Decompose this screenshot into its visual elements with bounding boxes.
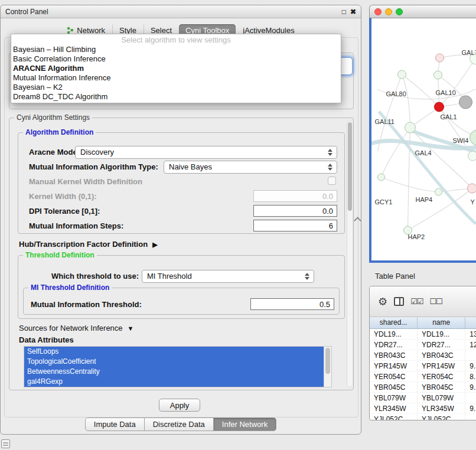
mi-steps-input[interactable] xyxy=(253,220,337,231)
cell-name[interactable]: YBR045C xyxy=(418,382,465,392)
cyni-task-tabs: Impute Data Discretize Data Infer Networ… xyxy=(1,418,361,431)
mi-algorithm-type-value: Naive Bayes xyxy=(169,162,212,171)
hub-tf-section-toggle[interactable]: Hub/Transcription Factor Definition▶ xyxy=(19,240,158,249)
scrollbar-thumb[interactable] xyxy=(348,122,352,211)
table-panel-toolbar: ⚙ ☑☑ ☐☐ xyxy=(370,286,476,317)
network-node xyxy=(459,96,472,109)
minimized-panel-icon[interactable] xyxy=(1,439,10,448)
gear-icon[interactable]: ⚙ xyxy=(378,296,387,307)
cell-extra[interactable]: 12 xyxy=(465,340,476,350)
list-item-selected[interactable]: gal4RGexp xyxy=(24,377,324,387)
network-canvas[interactable]: GAL7 GAL80 GAL10 GAL11 GAL1 SWI4 GAL4 GC… xyxy=(369,18,476,263)
cell-extra[interactable]: 13 xyxy=(465,329,476,339)
control-panel-titlebar[interactable]: Control Panel □ ✖ xyxy=(1,5,361,18)
float-window-icon[interactable]: □ xyxy=(342,8,346,15)
mi-algorithm-type-combo[interactable]: Naive Bayes xyxy=(164,161,337,174)
table-row[interactable]: YPR145W YPR145W 9. xyxy=(370,361,476,371)
list-item-selected[interactable]: SelfLoops xyxy=(24,347,324,357)
scrollbar-thumb[interactable] xyxy=(325,348,330,374)
hub-tf-label: Hub/Transcription Factor Definition xyxy=(19,240,148,249)
network-node xyxy=(378,174,385,181)
column-header-name[interactable]: name xyxy=(418,317,465,328)
dropdown-item[interactable]: Dream8 DC_TDC Algorithm xyxy=(11,92,341,102)
network-node xyxy=(468,184,476,193)
cell-shared-name[interactable]: YER054C xyxy=(370,371,418,381)
cell-shared-name[interactable]: YBR043C xyxy=(370,350,418,360)
column-header-extra[interactable] xyxy=(465,317,476,328)
table-row[interactable]: YJL052C YJL052C xyxy=(370,414,476,420)
node-label: GAL11 xyxy=(375,118,395,125)
cell-shared-name[interactable]: YJL052C xyxy=(370,414,418,420)
cell-name[interactable]: YDR27... xyxy=(418,340,465,350)
cell-shared-name[interactable]: YDR27... xyxy=(370,340,418,350)
dropdown-item[interactable]: Bayesian – K2 xyxy=(11,83,341,92)
minimize-traffic-light-icon[interactable] xyxy=(385,8,392,15)
mi-threshold-input[interactable] xyxy=(250,298,334,310)
mi-algorithm-type-label: Mutual Information Algorithm Type: xyxy=(29,162,158,171)
kernel-width-input[interactable] xyxy=(253,190,337,202)
mi-threshold-label: Mutual Information Threshold: xyxy=(31,300,142,309)
table-row[interactable]: YBR045C YBR045C 9. xyxy=(370,382,476,393)
table-row[interactable]: YBR043C YBR043C xyxy=(370,350,476,361)
cell-extra[interactable] xyxy=(465,414,476,420)
expand-right-icon[interactable]: ▶ xyxy=(152,241,157,249)
cell-extra[interactable]: 8. xyxy=(465,371,476,381)
aracne-mode-combo[interactable]: Discovery xyxy=(75,146,337,159)
cell-name[interactable]: YBL079W xyxy=(418,393,465,403)
apply-button[interactable]: Apply xyxy=(159,399,200,412)
network-window-titlebar[interactable] xyxy=(369,5,476,18)
collapse-down-icon[interactable]: ▼ xyxy=(128,325,134,332)
network-view-window: GAL7 GAL80 GAL10 GAL11 GAL1 SWI4 GAL4 GC… xyxy=(369,5,476,263)
cell-name[interactable]: YDL19... xyxy=(418,329,465,339)
columns-icon[interactable] xyxy=(394,297,404,306)
cell-name[interactable]: YPR145W xyxy=(418,361,465,371)
tab-discretize-data[interactable]: Discretize Data xyxy=(145,418,214,431)
list-item-selected[interactable]: BetweennessCentrality xyxy=(24,367,324,377)
dropdown-item[interactable]: Bayesian – Hill Climbing xyxy=(11,45,341,54)
table-row[interactable]: YDL19... YDL19... 13 xyxy=(370,329,476,340)
cell-extra[interactable] xyxy=(465,350,476,360)
dpi-tolerance-input[interactable] xyxy=(253,205,337,217)
which-threshold-combo[interactable]: MI Threshold xyxy=(142,270,314,283)
data-attributes-list[interactable]: SelfLoops TopologicalCoefficient Between… xyxy=(24,346,332,387)
node-label: GAL7 xyxy=(462,49,476,56)
tab-impute-data[interactable]: Impute Data xyxy=(85,418,145,431)
table-row[interactable]: YDR27... YDR27... 12 xyxy=(370,340,476,350)
cell-shared-name[interactable]: YLR345W xyxy=(370,403,418,413)
select-all-icon[interactable]: ☑☑ xyxy=(410,297,423,306)
list-vertical-scrollbar[interactable] xyxy=(324,347,331,387)
table-row[interactable]: YBL079W YBL079W xyxy=(370,393,476,403)
tab-infer-network[interactable]: Infer Network xyxy=(214,418,276,431)
cell-shared-name[interactable]: YDL19... xyxy=(370,329,418,339)
node-label: GAL10 xyxy=(436,89,456,96)
cell-extra[interactable]: 9. xyxy=(465,361,476,371)
cell-shared-name[interactable]: YBL079W xyxy=(370,393,418,403)
cell-extra[interactable] xyxy=(465,393,476,403)
cell-shared-name[interactable]: YPR145W xyxy=(370,361,418,371)
clear-selection-icon[interactable]: ☐☐ xyxy=(429,297,442,306)
settings-vertical-scrollbar[interactable] xyxy=(347,120,353,387)
cell-name[interactable]: YLR345W xyxy=(418,403,465,413)
column-header-shared-name[interactable]: shared... xyxy=(370,317,418,328)
manual-kernel-width-checkbox[interactable] xyxy=(328,177,336,185)
close-traffic-light-icon[interactable] xyxy=(374,8,382,15)
cell-name[interactable]: YBR043C xyxy=(418,350,465,360)
cell-name[interactable]: YJL052C xyxy=(418,414,465,420)
cell-extra[interactable]: 9. xyxy=(465,403,476,413)
cell-extra[interactable]: 9. xyxy=(465,382,476,392)
table-row[interactable]: YLR345W YLR345W 9. xyxy=(370,403,476,414)
close-window-icon[interactable]: ✖ xyxy=(350,8,356,15)
zoom-traffic-light-icon[interactable] xyxy=(396,8,403,15)
mi-threshold-definition-group: MI Threshold Definition Mutual Informati… xyxy=(23,288,340,315)
table-row[interactable]: YER054C YER054C 8. xyxy=(370,371,476,382)
cell-shared-name[interactable]: YBR045C xyxy=(370,382,418,392)
dropdown-item[interactable]: Basic Correlation Inference xyxy=(11,54,341,64)
combo-arrows-icon xyxy=(304,272,311,281)
list-item-selected[interactable]: TopologicalCoefficient xyxy=(24,357,324,367)
sources-section-toggle[interactable]: Sources for Network Inference▼ xyxy=(19,324,133,332)
cell-name[interactable]: YER054C xyxy=(418,371,465,381)
network-node xyxy=(398,70,406,79)
combo-arrows-icon xyxy=(327,148,334,157)
dropdown-item-selected[interactable]: ARACNE Algorithm xyxy=(11,64,341,73)
dropdown-item[interactable]: Mutual Information Inference xyxy=(11,73,341,83)
